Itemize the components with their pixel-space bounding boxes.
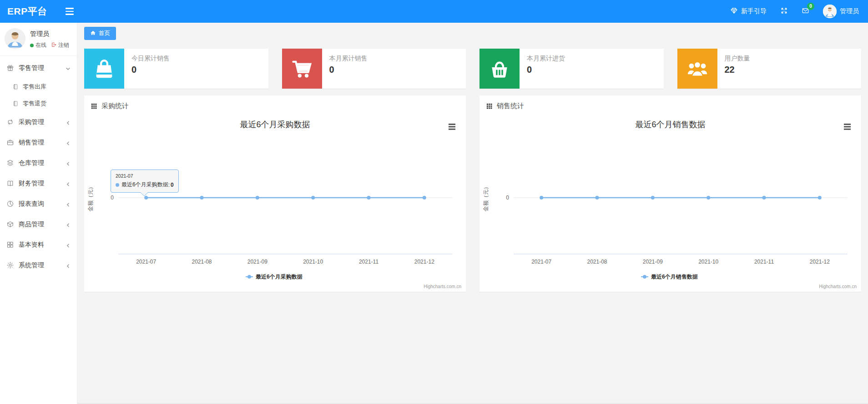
sidebar-item-8[interactable]: 系统管理 bbox=[0, 255, 77, 275]
legend-item[interactable]: 最近6个月销售数据 bbox=[641, 274, 698, 280]
logout-label: 注销 bbox=[58, 41, 69, 49]
data-point[interactable] bbox=[367, 196, 371, 200]
x-tick-label: 2021-09 bbox=[247, 259, 267, 265]
journal-icon bbox=[12, 100, 19, 107]
sidebar-item-label: 系统管理 bbox=[19, 261, 44, 269]
x-tick-label: 2021-10 bbox=[303, 259, 323, 265]
chevron-left-icon bbox=[66, 181, 71, 186]
chevron-left-icon bbox=[66, 140, 71, 145]
stat-card-value: 0 bbox=[131, 65, 170, 75]
sidebar-item-2[interactable]: 销售管理 bbox=[0, 132, 77, 153]
sidebar-menu-entry: 仓库管理 bbox=[0, 153, 77, 173]
sidebar-user-panel: 管理员 在线 注销 bbox=[0, 23, 77, 56]
repeat-icon bbox=[6, 118, 14, 126]
sidebar-item-7[interactable]: 基本资料 bbox=[0, 234, 77, 255]
sidebar-subitem-0-1[interactable]: 零售退货 bbox=[0, 95, 77, 112]
sidebar-menu-entry: 系统管理 bbox=[0, 255, 77, 275]
online-status-dot bbox=[30, 44, 34, 47]
stat-card-1: 本月累计销售0 bbox=[282, 49, 466, 89]
tooltip-value: 0 bbox=[171, 182, 174, 188]
data-point[interactable] bbox=[423, 196, 426, 200]
stat-card-value: 22 bbox=[725, 65, 750, 75]
data-point[interactable] bbox=[707, 196, 710, 200]
stat-card-label: 本月累计销售 bbox=[329, 55, 368, 63]
x-tick-label: 2021-12 bbox=[810, 259, 830, 265]
sidebar-subitem-0-0[interactable]: 零售出库 bbox=[0, 78, 77, 95]
stat-card-label: 用户数量 bbox=[725, 55, 750, 63]
grid-th-icon bbox=[486, 103, 493, 110]
chevron-down-icon bbox=[66, 65, 71, 70]
sidebar-item-label: 零售管理 bbox=[19, 64, 44, 72]
data-point[interactable] bbox=[540, 196, 543, 200]
sidebar-item-5[interactable]: 报表查询 bbox=[0, 194, 77, 214]
stat-card-3: 用户数量22 bbox=[677, 49, 862, 89]
messages-button[interactable]: 0 bbox=[802, 7, 809, 16]
x-tick-label: 2021-08 bbox=[587, 259, 607, 265]
grid-icon bbox=[6, 241, 14, 249]
chart-export-menu-icon[interactable] bbox=[844, 124, 851, 130]
cube-icon bbox=[6, 220, 14, 228]
grid-th-icon bbox=[91, 103, 97, 110]
x-tick-label: 2021-07 bbox=[136, 259, 156, 265]
purchase-chart: 最近6个月采购数据金额（元）02021-072021-082021-092021… bbox=[84, 113, 466, 292]
x-tick-label: 2021-11 bbox=[359, 259, 378, 265]
sales-stats-panel: 销售统计 最近6个月销售数据金额（元）02021-072021-082021-0… bbox=[479, 95, 861, 292]
legend-label: 最近6个月采购数据 bbox=[256, 274, 303, 280]
sidebar-menu-entry: 销售管理 bbox=[0, 132, 77, 153]
chevron-left-icon bbox=[66, 242, 71, 247]
sidebar-item-3[interactable]: 仓库管理 bbox=[0, 153, 77, 173]
sidebar-item-label: 报表查询 bbox=[19, 200, 44, 208]
chart-title: 最近6个月采购数据 bbox=[240, 120, 310, 129]
data-point[interactable] bbox=[144, 196, 148, 200]
sidebar-user-name: 管理员 bbox=[30, 30, 69, 38]
top-navbar: ERP平台 新手引导 0 管理员 bbox=[0, 0, 868, 23]
chevron-left-icon bbox=[66, 222, 71, 227]
open-book-icon bbox=[6, 180, 14, 187]
sidebar-item-0[interactable]: 零售管理 bbox=[0, 58, 77, 78]
charts-row: 采购统计 最近6个月采购数据金额（元）02021-072021-082021-0… bbox=[84, 95, 861, 292]
sidebar-user-avatar bbox=[5, 28, 25, 49]
sidebar-toggle-button[interactable] bbox=[64, 6, 76, 17]
data-point[interactable] bbox=[256, 196, 259, 200]
data-point[interactable] bbox=[200, 196, 204, 200]
sidebar-menu-entry: 采购管理 bbox=[0, 112, 77, 132]
page-footer-divider bbox=[0, 403, 868, 404]
sidebar-item-6[interactable]: 商品管理 bbox=[0, 214, 77, 234]
chevron-left-icon bbox=[66, 160, 71, 165]
chart-export-menu-icon[interactable] bbox=[449, 124, 455, 130]
tooltip-separator: : bbox=[168, 182, 170, 188]
chart-credit[interactable]: Highcharts.com.cn bbox=[819, 284, 857, 289]
tab-home-label: 首页 bbox=[99, 30, 110, 37]
data-point[interactable] bbox=[595, 196, 599, 200]
tab-bar: 首页 bbox=[84, 27, 861, 40]
y-axis-title: 金额（元） bbox=[87, 184, 94, 212]
sidebar-menu-entry: 基本资料 bbox=[0, 234, 77, 255]
x-tick-label: 2021-08 bbox=[192, 259, 212, 265]
main-content: 首页 今日累计销售0本月累计销售0本月累计进货0用户数量22 采购统计 最近6个… bbox=[77, 23, 868, 292]
data-point[interactable] bbox=[311, 196, 315, 200]
data-point[interactable] bbox=[762, 196, 766, 200]
user-avatar bbox=[823, 5, 837, 18]
sidebar-item-label: 仓库管理 bbox=[19, 159, 44, 167]
chart-title: 最近6个月销售数据 bbox=[635, 120, 705, 129]
legend-item[interactable]: 最近6个月采购数据 bbox=[246, 274, 303, 280]
user-menu[interactable]: 管理员 bbox=[823, 5, 859, 18]
logout-button[interactable]: 注销 bbox=[51, 41, 69, 49]
y-tick-label: 0 bbox=[506, 195, 509, 201]
guide-label: 新手引导 bbox=[741, 7, 767, 15]
sidebar-menu-entry: 零售管理零售出库零售退货 bbox=[0, 58, 77, 112]
data-point[interactable] bbox=[818, 196, 822, 200]
app-brand: ERP平台 bbox=[7, 5, 47, 18]
data-point[interactable] bbox=[651, 196, 655, 200]
tab-home[interactable]: 首页 bbox=[84, 27, 116, 40]
guide-button[interactable]: 新手引导 bbox=[730, 7, 767, 16]
panel-header: 采购统计 bbox=[84, 95, 466, 113]
sidebar-item-4[interactable]: 财务管理 bbox=[0, 173, 77, 194]
stat-card-0: 今日累计销售0 bbox=[84, 49, 268, 89]
sidebar-item-1[interactable]: 采购管理 bbox=[0, 112, 77, 132]
stat-card-label: 本月累计进货 bbox=[527, 55, 565, 63]
gear-icon bbox=[6, 261, 14, 269]
chart-credit[interactable]: Highcharts.com.cn bbox=[424, 284, 461, 289]
fullscreen-button[interactable] bbox=[780, 7, 788, 16]
message-count-badge: 0 bbox=[807, 3, 814, 10]
